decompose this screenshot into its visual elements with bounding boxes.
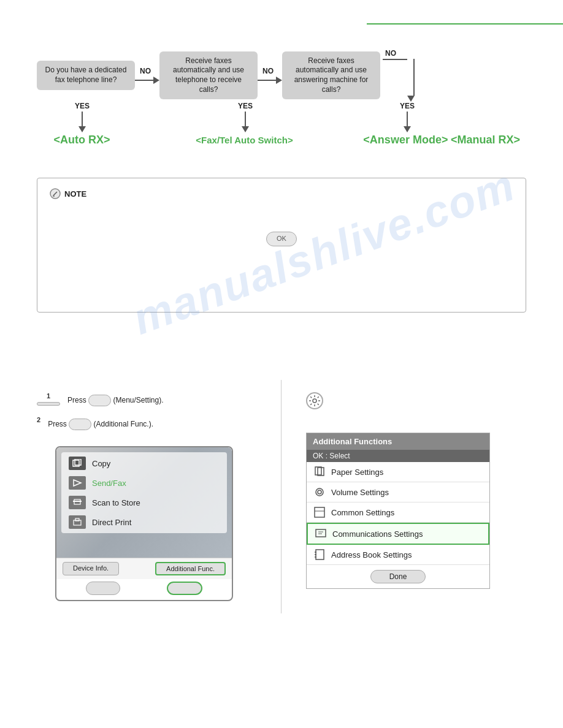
af-communications-settings[interactable]: Communications Settings — [307, 523, 489, 545]
bottom-section: 1 Press (Menu/Setting). 2 Press (Additio… — [0, 380, 563, 613]
additional-func-btn: Additional Func. — [155, 562, 226, 575]
paper-settings-icon — [313, 465, 326, 479]
address-book-settings-label: Address Book Settings — [331, 550, 412, 559]
svg-rect-9 — [75, 518, 79, 521]
screen-copy: Copy — [61, 453, 227, 473]
svg-rect-11 — [315, 467, 321, 475]
bottom-left: 1 Press (Menu/Setting). 2 Press (Additio… — [0, 380, 282, 613]
bottom-right: Additional Functions OK : Select Paper S… — [282, 380, 563, 613]
af-common-settings: Common Settings — [307, 502, 489, 523]
flowchart-box-1: Do you have a dedicated fax telephone li… — [37, 61, 135, 89]
flowchart-section: Do you have a dedicated fax telephone li… — [37, 49, 526, 146]
paper-settings-label: Paper Settings — [331, 468, 383, 477]
svg-rect-17 — [316, 529, 326, 537]
screen-send-fax: Send/Fax — [61, 473, 227, 493]
screen-scan-store: Scan to Store — [61, 493, 227, 512]
menu-direct-print-label: Direct Print — [92, 518, 131, 527]
result-manual-rx: <Manual RX> — [451, 134, 520, 146]
no-label-3: NO — [385, 49, 396, 58]
common-settings-icon — [313, 506, 326, 519]
volume-settings-icon — [313, 485, 326, 499]
svg-point-13 — [316, 488, 323, 496]
note-pencil-icon — [50, 188, 61, 199]
settings-gear-icon — [308, 395, 321, 407]
pill-right — [167, 582, 202, 595]
svg-rect-20 — [316, 550, 324, 559]
step-1-row: 1 Press (Menu/Setting). — [37, 392, 262, 406]
af-done-button[interactable]: Done — [370, 570, 426, 583]
note-header: NOTE — [50, 188, 513, 199]
additional-functions-panel: Additional Functions OK : Select Paper S… — [306, 433, 490, 589]
af-subheader-text: OK : Select — [313, 452, 350, 460]
screen-direct-print: Direct Print — [61, 512, 227, 532]
yes-label-2: YES — [238, 102, 253, 110]
note-title: NOTE — [64, 189, 86, 199]
af-volume-settings: Volume Settings — [307, 482, 489, 502]
comm-settings-icon — [314, 527, 327, 540]
af-header-text: Additional Functions — [313, 437, 392, 446]
address-book-icon — [313, 548, 326, 561]
af-address-book-settings: Address Book Settings — [307, 545, 489, 565]
af-panel-subheader: OK : Select — [307, 450, 489, 462]
result-auto-rx: <Auto RX> — [54, 134, 110, 146]
note-content: OK — [50, 205, 513, 250]
svg-marker-5 — [74, 480, 81, 486]
flowchart-box-3: Receive faxes automatically and use answ… — [282, 51, 380, 99]
yes-label-3: YES — [400, 102, 415, 110]
pill-left — [86, 582, 120, 595]
yes-label-1: YES — [75, 102, 90, 110]
top-accent-line — [367, 23, 563, 25]
result-fax-tel: <Fax/Tel Auto Switch> — [196, 135, 293, 145]
no-label-1: NO — [140, 67, 151, 75]
step-2-text: Press (Additional Func.). — [48, 416, 153, 430]
menu-setting-pill — [37, 402, 60, 406]
device-info-btn: Device Info. — [63, 562, 119, 575]
af-panel-header: Additional Functions — [307, 433, 489, 450]
svg-rect-15 — [315, 507, 324, 517]
svg-point-10 — [313, 399, 316, 403]
step-2-row: 2 Press (Additional Func.). — [37, 416, 262, 430]
af-paper-settings: Paper Settings — [307, 462, 489, 482]
device-screen: Copy Send/Fax Scan to Store — [55, 446, 233, 601]
gear-step-row — [306, 392, 545, 409]
common-settings-label: Common Settings — [331, 508, 394, 517]
gear-icon — [306, 392, 323, 409]
menu-send-fax-label: Send/Fax — [92, 479, 126, 488]
note-pill: OK — [266, 232, 297, 246]
step-1-text: Press (Menu/Setting). — [67, 392, 164, 406]
menu-copy-label: Copy — [92, 459, 110, 468]
menu-scan-label: Scan to Store — [92, 498, 140, 507]
no-label-2: NO — [262, 67, 274, 75]
note-box: NOTE OK — [37, 178, 526, 313]
svg-rect-12 — [318, 468, 324, 476]
svg-point-14 — [318, 490, 321, 494]
comm-settings-label: Communications Settings — [332, 529, 423, 539]
screen-footer: Device Info. Additional Func. — [56, 558, 232, 579]
screen-pills — [56, 579, 232, 600]
flowchart-box-2: Receive faxes automatically and use tele… — [159, 51, 258, 99]
result-answer-mode: <Answer Mode> — [363, 134, 448, 146]
af-footer: Done — [307, 565, 489, 588]
volume-settings-label: Volume Settings — [331, 488, 389, 497]
